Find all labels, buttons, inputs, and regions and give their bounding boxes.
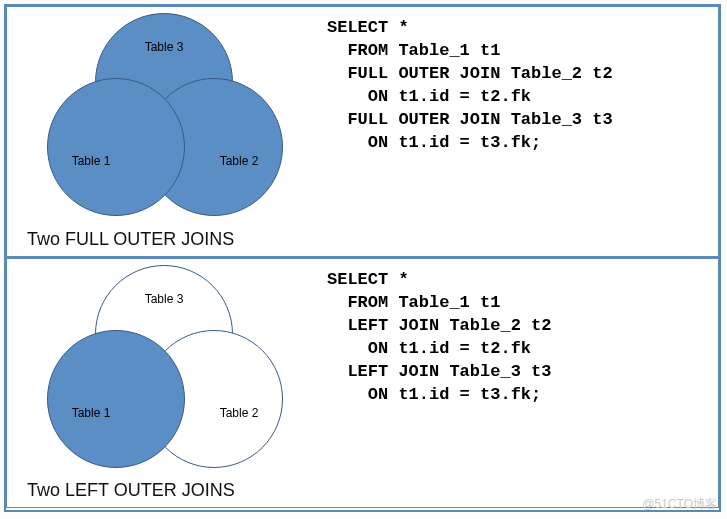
- panel-left-outer-joins: Table 3 Table 2 Table 1 Two LEFT OUTER J…: [6, 257, 719, 508]
- venn-label-table2: Table 2: [220, 154, 259, 168]
- sql-code-block: SELECT * FROM Table_1 t1 FULL OUTER JOIN…: [327, 17, 613, 155]
- venn-diagram: Table 3 Table 2 Table 1: [17, 13, 297, 223]
- panel-caption: Two LEFT OUTER JOINS: [27, 480, 235, 501]
- venn-label-table2: Table 2: [220, 406, 259, 420]
- venn-label-table1: Table 1: [72, 154, 111, 168]
- panel-full-outer-joins: Table 3 Table 2 Table 1 Two FULL OUTER J…: [6, 6, 719, 257]
- venn-label-table3: Table 3: [145, 40, 184, 54]
- sql-code-block: SELECT * FROM Table_1 t1 LEFT JOIN Table…: [327, 269, 551, 407]
- venn-circle-table1: Table 1: [47, 330, 185, 468]
- venn-circle-table1: Table 1: [47, 78, 185, 216]
- venn-label-table1: Table 1: [72, 406, 111, 420]
- panel-caption: Two FULL OUTER JOINS: [27, 229, 234, 250]
- venn-label-table3: Table 3: [145, 292, 184, 306]
- document-frame: Table 3 Table 2 Table 1 Two FULL OUTER J…: [4, 4, 721, 512]
- venn-diagram: Table 3 Table 2 Table 1: [17, 265, 297, 475]
- watermark-text: @51CTO博客: [642, 496, 717, 513]
